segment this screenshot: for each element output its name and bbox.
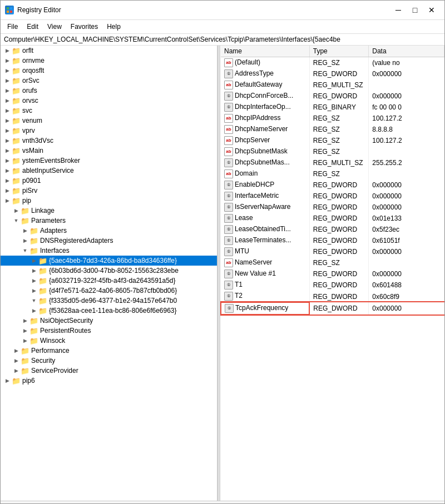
table-row[interactable]: ①New Value #1REG_DWORD0x000000 [221, 268, 444, 280]
expand-btn-svc[interactable]: ▶ [3, 106, 12, 115]
menu-file[interactable]: File [3, 21, 22, 32]
expand-btn-orvsc[interactable]: ▶ [3, 96, 12, 105]
expand-btn-ornvme[interactable]: ▶ [3, 56, 12, 65]
table-row[interactable]: ①LeaseREG_DWORD0x01e133 [221, 213, 444, 224]
tree-item-Linkage[interactable]: ▶📁Linkage [1, 206, 217, 216]
tree-item-Parameters[interactable]: ▼📁Parameters [1, 216, 217, 226]
expand-btn-abletInputService[interactable]: ▶ [3, 166, 12, 175]
tree-item-ornvme[interactable]: ▶📁ornvme [1, 56, 217, 66]
tree-item-vprv[interactable]: ▶📁vprv [1, 126, 217, 136]
tree-item-ServiceProvider[interactable]: ▶📁ServiceProvider [1, 366, 217, 376]
expand-btn-Security[interactable]: ▶ [12, 356, 21, 365]
expand-btn-orSvc[interactable]: ▶ [3, 76, 12, 85]
tree-item-vsMain[interactable]: ▶📁vsMain [1, 146, 217, 156]
expand-btn-vprv[interactable]: ▶ [3, 126, 12, 135]
tree-item-Security[interactable]: ▶📁Security [1, 356, 217, 366]
expand-btn-orufs[interactable]: ▶ [3, 86, 12, 95]
expand-btn-Interfaces[interactable]: ▼ [21, 246, 29, 255]
table-row[interactable]: ①T1REG_DWORD0x601488 [221, 280, 444, 291]
tree-item-5aec4beb[interactable]: ▶📁{5aec4beb-7dd3-426a-86bd-ba8d34636ffe} [1, 256, 217, 266]
table-row[interactable]: ①TcpAckFrequencyREG_DWORD0x000000 [221, 302, 444, 315]
expand-btn-Performance[interactable]: ▶ [12, 346, 21, 355]
table-row[interactable]: abDhcpSubnetMaskREG_SZ [221, 146, 444, 157]
expand-btn-ServiceProvider[interactable]: ▶ [12, 366, 21, 375]
table-row[interactable]: ab(Default)REG_SZ(value no [221, 57, 444, 69]
tree-item-PersistentRoutes[interactable]: ▶📁PersistentRoutes [1, 326, 217, 336]
menu-view[interactable]: View [43, 21, 66, 32]
table-row[interactable]: abDhcpServerREG_SZ100.127.2 [221, 135, 444, 146]
expand-btn-PersistentRoutes[interactable]: ▶ [21, 326, 29, 335]
table-row[interactable]: ①AddressTypeREG_DWORD0x000000 [221, 68, 444, 79]
table-row[interactable]: ①DhcpConnForceB...REG_DWORD0x000000 [221, 91, 444, 102]
tree-item-DNSRegisteredAdapters[interactable]: ▶📁DNSRegisteredAdapters [1, 236, 217, 246]
expand-btn-Parameters[interactable]: ▼ [12, 216, 21, 225]
expand-btn-vsMain[interactable]: ▶ [3, 146, 12, 155]
tree-scroll[interactable]: ▶📁orflt▶📁ornvme▶📁orqosflt▶📁orSvc▶📁orufs▶… [1, 46, 217, 501]
tree-item-6b03bd6d[interactable]: ▶📁{6b03bd6d-3d00-47bb-8052-15563c283ebe [1, 266, 217, 276]
tree-item-Interfaces[interactable]: ▼📁Interfaces [1, 246, 217, 256]
tree-item-f53628aa[interactable]: ▶📁{f53628aa-cee1-11ea-bc86-806e6f6e6963} [1, 306, 217, 316]
table-row[interactable]: abDefaultGatewayREG_MULTI_SZ [221, 79, 444, 91]
registry-scroll[interactable]: Name Type Data ab(Default)REG_SZ(value n… [220, 46, 444, 501]
table-row[interactable]: ①DhcpSubnetMas...REG_MULTI_SZ255.255.2 [221, 157, 444, 168]
table-row[interactable]: ①LeaseTerminates...REG_DWORD0x61051f [221, 235, 444, 246]
table-row[interactable]: abDhcpIPAddressREG_SZ100.127.2 [221, 113, 444, 124]
close-button[interactable]: ✕ [423, 4, 440, 16]
tree-item-orSvc[interactable]: ▶📁orSvc [1, 76, 217, 86]
table-row[interactable]: ①T2REG_DWORD0x60c8f9 [221, 291, 444, 302]
expand-btn-Linkage[interactable]: ▶ [12, 206, 21, 215]
tree-item-p0901[interactable]: ▶📁p0901 [1, 176, 217, 186]
tree-item-orqosflt[interactable]: ▶📁orqosflt [1, 66, 217, 76]
expand-btn-Adapters[interactable]: ▶ [21, 226, 29, 235]
tree-item-abletInputService[interactable]: ▶📁abletInputService [1, 166, 217, 176]
minimize-button[interactable]: ─ [390, 4, 407, 16]
tree-item-NsiObjectSecurity[interactable]: ▶📁NsiObjectSecurity [1, 316, 217, 326]
tree-item-vnth3dVsc[interactable]: ▶📁vnth3dVsc [1, 136, 217, 146]
tree-item-orufs[interactable]: ▶📁orufs [1, 86, 217, 96]
expand-btn-a6032719[interactable]: ▶ [29, 276, 38, 285]
expand-btn-pip6[interactable]: ▶ [3, 376, 12, 385]
expand-btn-6b03bd6d[interactable]: ▶ [29, 266, 38, 275]
tree-item-pip6[interactable]: ▶📁pip6 [1, 376, 217, 386]
table-row[interactable]: ①MTUREG_DWORD0x000000 [221, 246, 444, 257]
tree-item-venum[interactable]: ▶📁venum [1, 116, 217, 126]
tree-item-pip[interactable]: ▶📁pip [1, 196, 217, 206]
menu-edit[interactable]: Edit [22, 21, 43, 32]
menu-favorites[interactable]: Favorites [66, 21, 102, 32]
expand-btn-orqosflt[interactable]: ▶ [3, 66, 12, 75]
expand-btn-f3335d05[interactable]: ▼ [29, 296, 38, 305]
table-row[interactable]: ①LeaseObtainedTi...REG_DWORD0x5f23ec [221, 224, 444, 235]
maximize-button[interactable]: □ [407, 4, 423, 16]
expand-btn-d4f7e571[interactable]: ▶ [29, 286, 38, 295]
tree-item-Winsock[interactable]: ▶📁Winsock [1, 336, 217, 346]
tree-item-Performance[interactable]: ▶📁Performance [1, 346, 217, 356]
table-row[interactable]: abDhcpNameServerREG_SZ8.8.8.8 [221, 124, 444, 135]
tree-item-Adapters[interactable]: ▶📁Adapters [1, 226, 217, 236]
tree-item-orvsc[interactable]: ▶📁orvsc [1, 96, 217, 106]
expand-btn-venum[interactable]: ▶ [3, 116, 12, 125]
tree-item-a6032719[interactable]: ▶📁{a6032719-322f-45fb-a4f3-da2643591a5d} [1, 276, 217, 286]
expand-btn-p0901[interactable]: ▶ [3, 176, 12, 185]
tree-item-orflt[interactable]: ▶📁orflt [1, 46, 217, 56]
table-row[interactable]: ①InterfaceMetricREG_DWORD0x000000 [221, 191, 444, 202]
table-row[interactable]: ①IsServerNapAwareREG_DWORD0x000000 [221, 202, 444, 213]
tree-item-ystemEventsBroker[interactable]: ▶📁ystemEventsBroker [1, 156, 217, 166]
expand-btn-vnth3dVsc[interactable]: ▶ [3, 136, 12, 145]
expand-btn-piSrv[interactable]: ▶ [3, 186, 12, 195]
table-row[interactable]: abNameServerREG_SZ [221, 257, 444, 268]
expand-btn-Winsock[interactable]: ▶ [21, 336, 29, 345]
tree-item-d4f7e571[interactable]: ▶📁{d4f7e571-6a22-4a06-8605-7b87cfb0bd06} [1, 286, 217, 296]
menu-help[interactable]: Help [102, 21, 125, 32]
expand-btn-f53628aa[interactable]: ▶ [29, 306, 38, 315]
expand-btn-5aec4beb[interactable]: ▶ [29, 256, 38, 265]
expand-btn-ystemEventsBroker[interactable]: ▶ [3, 156, 12, 165]
expand-btn-pip[interactable]: ▶ [3, 196, 12, 205]
table-row[interactable]: abDomainREG_SZ [221, 168, 444, 179]
expand-btn-orflt[interactable]: ▶ [3, 46, 12, 55]
tree-item-piSrv[interactable]: ▶📁piSrv [1, 186, 217, 196]
table-row[interactable]: ①EnableDHCPREG_DWORD0x000000 [221, 179, 444, 191]
expand-btn-NsiObjectSecurity[interactable]: ▶ [21, 316, 29, 325]
table-row[interactable]: ①DhcpInterfaceOp...REG_BINARYfc 00 00 0 [221, 102, 444, 113]
expand-btn-DNSRegisteredAdapters[interactable]: ▶ [21, 236, 29, 245]
tree-item-f3335d05[interactable]: ▼📁{f3335d05-de96-4377-b1e2-94a157e647b0 [1, 296, 217, 306]
